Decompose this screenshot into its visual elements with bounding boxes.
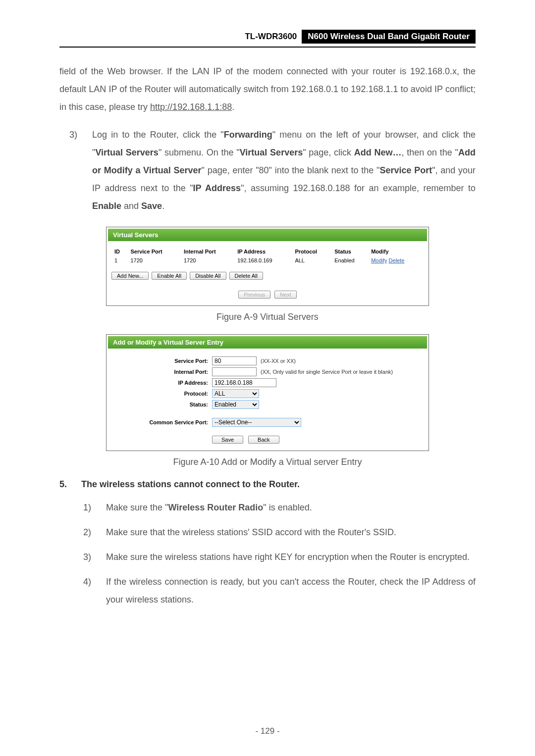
virtual-servers-title: Virtual Servers	[107, 227, 428, 241]
page-number: - 129 -	[0, 726, 535, 736]
intro-link[interactable]: http://192.168.1.1:88	[150, 102, 232, 112]
step-3-num: 3)	[69, 126, 92, 215]
protocol-label: Protocol:	[111, 391, 212, 397]
common-service-port-select[interactable]: --Select One--	[212, 418, 301, 427]
ip-address-input[interactable]	[212, 378, 276, 387]
status-select[interactable]: Enabled	[212, 400, 259, 409]
intro-paragraph: field of the Web browser. If the LAN IP …	[59, 62, 476, 116]
col-protocol: Protocol	[292, 247, 331, 256]
cell-proto: ALL	[292, 256, 331, 265]
previous-button[interactable]: Previous	[238, 291, 270, 299]
cell-addr: 192.168.0.169	[234, 256, 292, 265]
enable-all-button[interactable]: Enable All	[152, 272, 187, 280]
protocol-select[interactable]: ALL	[212, 389, 259, 398]
sub-item-num: 1)	[83, 499, 106, 516]
sub-item: 1)Make sure the "Wireless Router Radio" …	[83, 499, 476, 516]
table-row: 1 1720 1720 192.168.0.169 ALL Enabled Mo…	[111, 256, 424, 265]
ip-address-label: IP Address:	[111, 380, 212, 386]
next-button[interactable]: Next	[274, 291, 297, 299]
cell-sp: 1720	[127, 256, 180, 265]
service-port-input[interactable]	[212, 356, 257, 365]
intro-text-b: .	[232, 102, 234, 112]
sub-item-num: 2)	[83, 523, 106, 541]
virtual-servers-nav: Previous Next	[111, 291, 424, 299]
add-modify-title: Add or Modify a Virtual Server Entry	[107, 335, 428, 349]
virtual-servers-table: ID Service Port Internal Port IP Address…	[111, 247, 424, 265]
model-label: TL-WDR3600	[240, 30, 302, 44]
internal-port-hint: (XX, Only valid for single Service Port …	[261, 369, 393, 375]
figure-a9-caption: Figure A-9 Virtual Servers	[59, 312, 476, 322]
col-id: ID	[111, 247, 127, 256]
status-label: Status:	[111, 402, 212, 407]
save-button[interactable]: Save	[212, 436, 243, 444]
sub-item: 3)Make sure the wireless stations have r…	[83, 548, 476, 566]
header-rule	[59, 47, 476, 48]
sub-item-num: 3)	[83, 548, 106, 566]
service-port-label: Service Port:	[111, 358, 212, 364]
disable-all-button[interactable]: Disable All	[190, 272, 226, 280]
internal-port-label: Internal Port:	[111, 369, 212, 375]
delete-all-button[interactable]: Delete All	[229, 272, 263, 280]
back-button[interactable]: Back	[248, 436, 279, 444]
sub-item: 4)If the wireless connection is ready, b…	[83, 573, 476, 608]
virtual-servers-panel: Virtual Servers ID Service Port Internal…	[106, 227, 429, 306]
cell-id: 1	[111, 256, 127, 265]
table-header-row: ID Service Port Internal Port IP Address…	[111, 247, 424, 256]
q5-title: The wireless stations cannot connect to …	[81, 479, 300, 489]
sub-item-text: If the wireless connection is ready, but…	[106, 573, 476, 608]
sub-item: 2)Make sure that the wireless stations' …	[83, 523, 476, 541]
col-internal-port: Internal Port	[181, 247, 234, 256]
cell-status: Enabled	[331, 256, 368, 265]
product-name: N600 Wireless Dual Band Gigabit Router	[302, 30, 476, 44]
q5-num: 5.	[59, 479, 81, 490]
sub-item-text: Make sure the wireless stations have rig…	[106, 548, 476, 566]
modify-link[interactable]: Modify	[371, 257, 387, 263]
col-service-port: Service Port	[127, 247, 180, 256]
col-status: Status	[331, 247, 368, 256]
step-3-text: Log in to the Router, click the "Forward…	[92, 126, 476, 215]
sub-item-num: 4)	[83, 573, 106, 608]
sub-item-text: Make sure the "Wireless Router Radio" is…	[106, 499, 476, 516]
add-modify-panel: Add or Modify a Virtual Server Entry Ser…	[106, 334, 429, 451]
add-new-button[interactable]: Add New...	[111, 272, 149, 280]
col-modify: Modify	[368, 247, 424, 256]
sub-item-text: Make sure that the wireless stations' SS…	[106, 523, 476, 541]
col-ip-address: IP Address	[234, 247, 292, 256]
internal-port-input[interactable]	[212, 367, 257, 376]
cell-ip: 1720	[181, 256, 234, 265]
figure-a10-caption: Figure A-10 Add or Modify a Virtual serv…	[59, 457, 476, 467]
step-3: 3) Log in to the Router, click the "Forw…	[69, 126, 476, 215]
virtual-servers-buttons: Add New... Enable All Disable All Delete…	[111, 272, 424, 280]
service-port-hint: (XX-XX or XX)	[261, 358, 296, 364]
delete-link[interactable]: Delete	[389, 257, 405, 263]
page-header: TL-WDR3600 N600 Wireless Dual Band Gigab…	[59, 30, 476, 44]
intro-text-a: field of the Web browser. If the LAN IP …	[59, 66, 476, 112]
common-service-port-label: Common Service Port:	[111, 419, 212, 425]
question-5: 5.The wireless stations cannot connect t…	[59, 479, 476, 490]
